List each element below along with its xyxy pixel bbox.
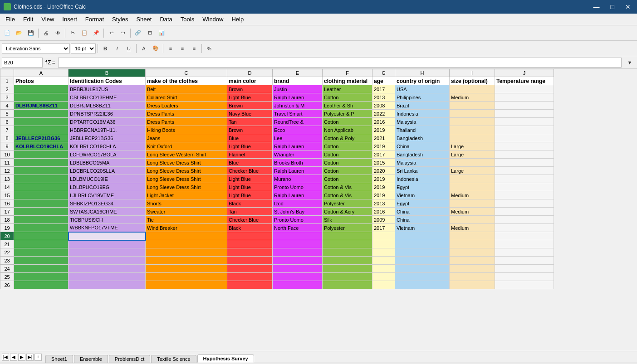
cell-a11[interactable] bbox=[14, 159, 69, 167]
cell-g12[interactable]: 2020 bbox=[372, 167, 395, 175]
col-header-e[interactable]: E bbox=[273, 69, 323, 77]
cell-f24[interactable] bbox=[323, 265, 372, 273]
cell-e16[interactable]: Izod bbox=[273, 199, 323, 208]
func-wizard-icon[interactable]: f bbox=[45, 59, 47, 66]
cell-d23[interactable] bbox=[227, 257, 273, 265]
cell-f20[interactable] bbox=[323, 232, 372, 240]
menu-item-styles[interactable]: Styles bbox=[108, 15, 132, 24]
cell-b19[interactable]: WBBKNFPO17VTME bbox=[69, 224, 146, 232]
cell-h4[interactable]: Brazil bbox=[395, 102, 450, 110]
cell-e17[interactable]: St John's Bay bbox=[273, 208, 323, 216]
cell-e10[interactable]: Wrangler bbox=[273, 150, 323, 159]
cell-i4[interactable] bbox=[450, 102, 495, 110]
cell-h7[interactable]: Thailand bbox=[395, 126, 450, 134]
formula-input[interactable] bbox=[58, 58, 622, 68]
cell-i21[interactable] bbox=[450, 240, 495, 248]
cell-a26[interactable] bbox=[14, 281, 69, 289]
cell-e12[interactable]: Ralph Lauren bbox=[273, 167, 323, 175]
cell-f17[interactable]: Cotton & Acry bbox=[323, 208, 372, 216]
cell-b26[interactable] bbox=[69, 281, 146, 289]
save-button[interactable]: 💾 bbox=[25, 28, 36, 39]
cell-c3[interactable]: Collared Shirt bbox=[146, 93, 227, 102]
cell-j14[interactable] bbox=[495, 183, 554, 191]
cell-b16[interactable]: SHBKIZPO13EG34 bbox=[69, 199, 146, 208]
cell-a9[interactable]: KOLBRLCO19CHLA bbox=[14, 142, 69, 150]
cell-i20[interactable] bbox=[450, 232, 495, 240]
cell-g18[interactable]: 2009 bbox=[372, 216, 395, 224]
underline-button[interactable]: U bbox=[123, 43, 134, 54]
cell-d10[interactable]: Flannel bbox=[227, 150, 273, 159]
cell-c11[interactable]: Long Sleeve Dress Shirt bbox=[146, 159, 227, 167]
cell-f15[interactable]: Cotton & Vis bbox=[323, 191, 372, 199]
prev-sheet-button[interactable]: ◀ bbox=[10, 354, 17, 361]
expand-formula-button[interactable]: ▼ bbox=[624, 57, 635, 68]
cell-j8[interactable] bbox=[495, 134, 554, 142]
cell-h18[interactable]: China bbox=[395, 216, 450, 224]
cell-e9[interactable]: Ralph Lauren bbox=[273, 142, 323, 150]
cell-j4[interactable] bbox=[495, 102, 554, 110]
cell-d26[interactable] bbox=[227, 281, 273, 289]
copy-button[interactable]: 📋 bbox=[79, 28, 90, 39]
cell-e2[interactable]: Justin bbox=[273, 85, 323, 93]
cell-e21[interactable] bbox=[273, 240, 323, 248]
cell-c15[interactable]: Light Jacket bbox=[146, 191, 227, 199]
col-header-d[interactable]: D bbox=[227, 69, 273, 77]
menu-item-insert[interactable]: Insert bbox=[59, 15, 81, 24]
cell-f7[interactable]: Non Applicab bbox=[323, 126, 372, 134]
cell-b4[interactable]: DLBRJMLS8BZ11 bbox=[69, 102, 146, 110]
cell-i26[interactable] bbox=[450, 281, 495, 289]
cell-h12[interactable]: Sri Lanka bbox=[395, 167, 450, 175]
cell-d9[interactable]: Light Blue bbox=[227, 142, 273, 150]
cell-d8[interactable]: Blue bbox=[227, 134, 273, 142]
undo-button[interactable]: ↩ bbox=[106, 28, 117, 39]
cell-h14[interactable]: Egypt bbox=[395, 183, 450, 191]
cell-g23[interactable] bbox=[372, 257, 395, 265]
cell-d15[interactable]: Light Blue bbox=[227, 191, 273, 199]
cell-b15[interactable]: LJLBRLCV19VTME bbox=[69, 191, 146, 199]
cell-j20[interactable] bbox=[495, 232, 554, 240]
cell-i11[interactable] bbox=[450, 159, 495, 167]
col-header-i[interactable]: I bbox=[450, 69, 495, 77]
cell-i9[interactable]: Large bbox=[450, 142, 495, 150]
row-header-11[interactable]: 11 bbox=[0, 159, 14, 167]
row-header-14[interactable]: 14 bbox=[0, 183, 14, 191]
cell-h1[interactable]: country of origin bbox=[395, 77, 450, 85]
font-selector[interactable]: Liberation Sans bbox=[2, 44, 70, 53]
align-left-button[interactable]: ≡ bbox=[165, 43, 176, 54]
cell-e7[interactable]: Ecco bbox=[273, 126, 323, 134]
cell-d2[interactable]: Brown bbox=[227, 85, 273, 93]
cell-h25[interactable] bbox=[395, 273, 450, 281]
cell-f9[interactable]: Cotton bbox=[323, 142, 372, 150]
cell-j6[interactable] bbox=[495, 118, 554, 126]
cell-h5[interactable]: Indonesia bbox=[395, 110, 450, 118]
cell-g2[interactable]: 2017 bbox=[372, 85, 395, 93]
cell-g24[interactable] bbox=[372, 265, 395, 273]
redo-button[interactable]: ↪ bbox=[118, 28, 128, 39]
cell-j11[interactable] bbox=[495, 159, 554, 167]
cell-g26[interactable] bbox=[372, 281, 395, 289]
cell-b2[interactable]: BEBRJULE17US bbox=[69, 85, 146, 93]
cell-f14[interactable]: Cotton & Vis bbox=[323, 183, 372, 191]
cell-d7[interactable]: Brown bbox=[227, 126, 273, 134]
preview-button[interactable]: 👁 bbox=[52, 28, 63, 39]
cell-j5[interactable] bbox=[495, 110, 554, 118]
col-header-g[interactable]: G bbox=[372, 69, 395, 77]
cell-d18[interactable]: Checker Blue bbox=[227, 216, 273, 224]
cell-c7[interactable]: Hiking Boots bbox=[146, 126, 227, 134]
cell-f13[interactable]: Cotton bbox=[323, 175, 372, 183]
cell-i10[interactable]: Large bbox=[450, 150, 495, 159]
row-header-2[interactable]: 2 bbox=[0, 85, 14, 93]
cell-a14[interactable] bbox=[14, 183, 69, 191]
menu-item-file[interactable]: File bbox=[2, 15, 19, 24]
cell-h24[interactable] bbox=[395, 265, 450, 273]
cell-i25[interactable] bbox=[450, 273, 495, 281]
cell-j21[interactable] bbox=[495, 240, 554, 248]
cell-h16[interactable]: Egypt bbox=[395, 199, 450, 208]
highlight-button[interactable]: 🎨 bbox=[150, 43, 161, 54]
cell-c2[interactable]: Belt bbox=[146, 85, 227, 93]
cell-i7[interactable] bbox=[450, 126, 495, 134]
row-header-21[interactable]: 21 bbox=[0, 240, 14, 248]
cell-i23[interactable] bbox=[450, 257, 495, 265]
cell-j7[interactable] bbox=[495, 126, 554, 134]
cell-h13[interactable]: Indonesia bbox=[395, 175, 450, 183]
